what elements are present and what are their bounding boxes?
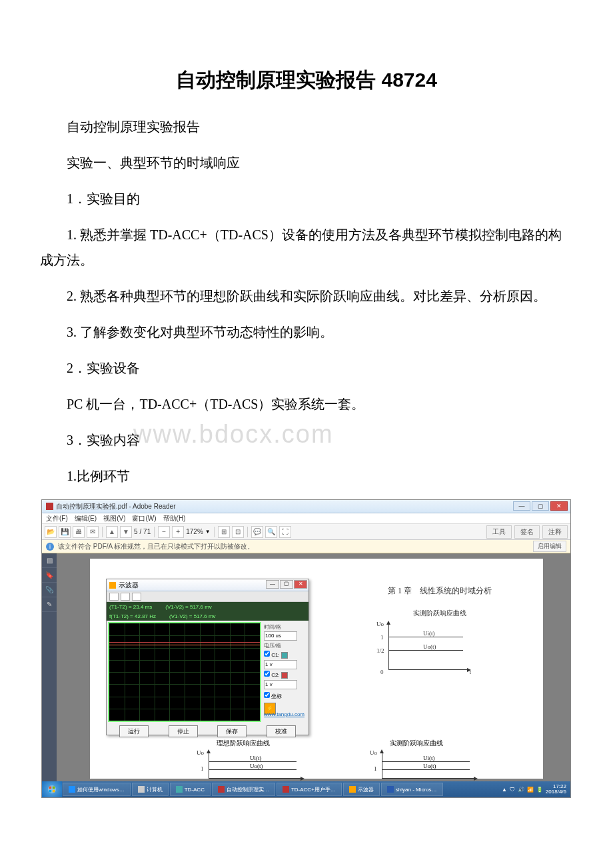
menu-view[interactable]: 视图(V) (103, 514, 125, 523)
oscilloscope-readout: f(T1-T2) = 42.87 Hz (V1-V2) = 517.6 mv (107, 611, 308, 621)
trace-2 (109, 645, 260, 645)
ch1-checkbox[interactable] (264, 651, 270, 657)
taskbar: 如何使用windows… 计算机 TD-ACC 自动控制原理实… TD-ACC+… (42, 781, 570, 797)
svg-rect-4 (53, 790, 55, 793)
stop-button[interactable]: 停止 (169, 725, 198, 737)
trace-1 (109, 642, 260, 643)
task-item[interactable]: 计算机 (132, 783, 169, 796)
notice-bar: i 该文件符合 PDF/A 标准规范，且已在只读模式下打开以防被修改。 启用编辑 (42, 540, 570, 553)
bookmarks-icon[interactable]: 🔖 (42, 568, 57, 583)
menu-help[interactable]: 帮助(H) (163, 514, 186, 523)
oscilloscope-buttons: 运行 停止 保存 校准 (107, 723, 308, 739)
info-icon: i (46, 543, 54, 551)
ch2-volt-input[interactable]: 1 v (264, 680, 297, 689)
menu-file[interactable]: 文件(F) (46, 514, 68, 523)
page-up-icon[interactable]: ▲ (106, 526, 118, 538)
sign-tab[interactable]: 签名 (514, 525, 540, 539)
calibrate-button[interactable]: 校准 (267, 725, 296, 737)
thumbnails-icon[interactable]: ▤ (42, 553, 57, 568)
sidebar-tabs: ▤ 🔖 📎 ✎ (42, 553, 57, 783)
zoom-out-icon[interactable]: − (158, 526, 170, 538)
fit-icon[interactable]: ⊞ (218, 526, 230, 538)
plot-title: 实测阶跃响应曲线 (356, 609, 523, 618)
search-icon[interactable]: 🔍 (265, 526, 277, 538)
tray-icon[interactable]: 📶 (527, 787, 534, 793)
menu-bar: 文件(F) 编辑(E) 视图(V) 窗口(W) 帮助(H) (42, 513, 570, 524)
system-tray[interactable]: ▲ 🛡 🔊 📶 🔋 17:22 2018/4/6 (498, 784, 570, 795)
tray-icon[interactable]: 🛡 (510, 787, 515, 793)
tray-icon[interactable]: 🔊 (518, 787, 524, 793)
coord-checkbox[interactable] (264, 692, 270, 698)
save-icon[interactable]: 💾 (59, 526, 71, 538)
separator (102, 527, 103, 537)
close-button[interactable]: ✕ (294, 580, 307, 589)
tray-icon[interactable]: ▲ (502, 787, 507, 793)
time-div-input[interactable]: 100 us (264, 631, 297, 641)
menu-window[interactable]: 窗口(W) (132, 514, 156, 523)
save-icon[interactable] (121, 593, 130, 601)
time-div-label: 时间/格 (264, 623, 303, 631)
page-total: / 71 (140, 528, 151, 535)
task-item[interactable]: TD-ACC+用户手… (277, 783, 342, 796)
ch2-checkbox[interactable] (264, 671, 270, 677)
fullscreen-icon[interactable]: ⛶ (279, 526, 291, 538)
tools-tab[interactable]: 工具 (486, 525, 512, 539)
clock[interactable]: 17:22 2018/4/6 (546, 784, 566, 795)
minimize-button[interactable]: — (513, 501, 530, 511)
task-item[interactable]: 自动控制原理实… (212, 783, 275, 796)
zoom-level[interactable]: 172% (186, 528, 203, 535)
mail-icon[interactable]: ✉ (87, 526, 99, 538)
paragraph: 2. 熟悉各种典型环节的理想阶跃曲线和实际阶跃响应曲线。对比差异、分析原因。 (40, 283, 573, 309)
print-icon[interactable] (132, 593, 141, 601)
paragraph: 1.比例环节 (40, 463, 573, 489)
minimize-button[interactable]: — (266, 580, 279, 589)
ch1-volt-input[interactable]: 1 v (264, 660, 297, 669)
save-button[interactable]: 保存 (217, 725, 247, 737)
oscilloscope-grid (108, 622, 261, 722)
print-icon[interactable]: 🖶 (73, 526, 85, 538)
open-icon[interactable]: 📂 (45, 526, 57, 538)
svg-rect-1 (49, 787, 52, 789)
maximize-button[interactable]: ▢ (280, 580, 293, 589)
comment-tab[interactable]: 注释 (542, 525, 568, 539)
page-current[interactable]: 5 (134, 528, 138, 535)
run-button[interactable]: 运行 (119, 725, 149, 737)
task-item[interactable]: shiyan - Micros… (381, 783, 443, 796)
oscilloscope-icon (109, 582, 116, 589)
cursor-icon[interactable] (109, 593, 119, 601)
task-item[interactable]: 如何使用windows… (63, 783, 131, 796)
page-area[interactable]: 示波器 — ▢ ✕ ( (57, 553, 570, 783)
maximize-button[interactable]: ▢ (532, 501, 549, 511)
zoom-in-icon[interactable]: + (172, 526, 184, 538)
attachments-icon[interactable]: 📎 (42, 583, 57, 597)
ideal-plot: Uo 1 Ui(t) Uo(t) (197, 751, 303, 783)
task-item[interactable]: TD-ACC (170, 783, 211, 796)
measured-plot: Uo 1 Ui(t) Uo(t) (370, 751, 476, 783)
response-plot: Uo 1 1/2 0 t Ui(t) Uo(t) (376, 622, 470, 675)
signatures-icon[interactable]: ✎ (42, 597, 57, 612)
embedded-screenshot: 自动控制原理实验报.pdf - Adobe Reader — ▢ ✕ 文件(F)… (41, 499, 571, 798)
notice-text: 该文件符合 PDF/A 标准规范，且已在只读模式下打开以防被修改。 (58, 542, 254, 551)
paragraph: PC 机一台，TD-ACC+（TD-ACS）实验系统一套。 (40, 391, 573, 417)
vendor-link[interactable]: www.tangdu.com (264, 711, 305, 717)
comment-icon[interactable]: 💬 (251, 526, 263, 538)
tray-icon[interactable]: 🔋 (536, 787, 543, 793)
pdf-page: 示波器 — ▢ ✕ ( (90, 559, 543, 779)
page-title: 自动控制原理实验报告 48724 (40, 67, 573, 94)
start-button[interactable] (42, 781, 62, 797)
task-item[interactable]: 示波器 (343, 783, 380, 796)
oscilloscope-readout: (T1-T2) = 23.4 ms (V1-V2) = 517.6 mv (107, 602, 308, 611)
page-down-icon[interactable]: ▼ (120, 526, 132, 538)
menu-edit[interactable]: 编辑(E) (75, 514, 97, 523)
close-button[interactable]: ✕ (550, 501, 568, 511)
paragraph: 3. 了解参数变化对典型环节动态特性的影响。 (40, 319, 573, 345)
fit-width-icon[interactable]: ⊡ (232, 526, 244, 538)
plot-title: 理想阶跃响应曲线 (177, 739, 310, 748)
enable-edit-button[interactable]: 启用编辑 (533, 541, 566, 552)
plot-title: 实测阶跃响应曲线 (350, 739, 483, 748)
pdf-icon (46, 503, 53, 510)
toolbar: 📂 💾 🖶 ✉ ▲ ▼ 5 / 71 − + 172% ▼ ⊞ ⊡ 💬 🔍 ⛶ … (42, 524, 570, 540)
paragraph: 1．实验目的 (40, 186, 573, 211)
window-controls: — ▢ ✕ (513, 501, 568, 511)
separator (154, 527, 155, 537)
